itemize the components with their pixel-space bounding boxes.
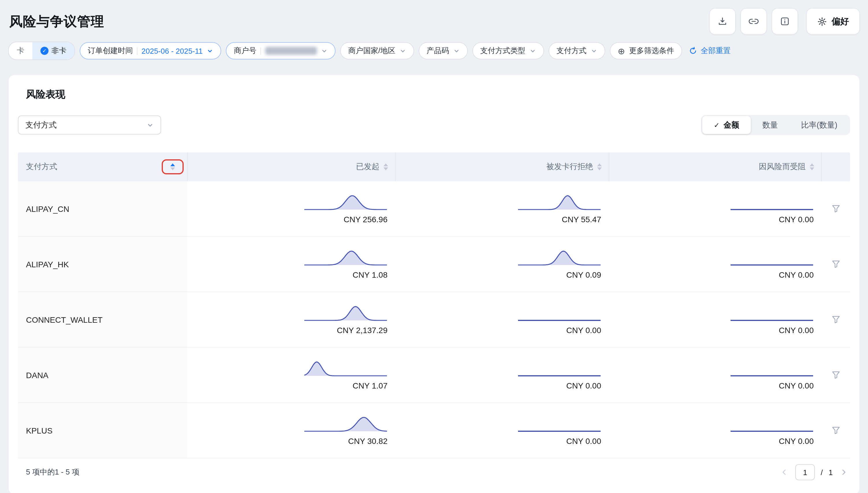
filter-order-created-time-value: 2025-06 - 2025-11	[142, 46, 203, 55]
sort-control[interactable]	[810, 163, 814, 170]
dimension-select-value: 支付方式	[25, 120, 57, 130]
next-page-button[interactable]	[839, 467, 849, 477]
funnel-icon	[831, 205, 840, 213]
filter-pill-payment-method-type[interactable]: 支付方式类型	[472, 42, 544, 60]
amount-value: CNY 0.00	[779, 380, 814, 391]
annotation-red-box	[162, 159, 184, 174]
sparkline-chart	[517, 192, 601, 212]
segment-card[interactable]: 卡	[9, 42, 32, 60]
preferences-button[interactable]: 偏好	[806, 8, 860, 35]
link-icon	[748, 16, 759, 26]
column-label: 已发起	[356, 162, 379, 172]
amount-value: CNY 0.00	[779, 269, 814, 281]
plus-circle-icon: ⊕	[618, 46, 625, 55]
column-label: 被发卡行拒绝	[546, 162, 593, 172]
sparkline-chart	[730, 192, 814, 212]
row-filter-button[interactable]	[829, 313, 842, 326]
sparkline-chart	[517, 303, 601, 323]
table-row: CONNECT_WALLET CNY 2,137.29 CNY 0.00 CNY…	[18, 292, 850, 347]
info-icon	[780, 16, 790, 26]
row-filter-button[interactable]	[829, 424, 842, 437]
row-filter-button[interactable]	[829, 368, 842, 382]
amount-value: CNY 0.00	[566, 324, 601, 336]
prev-page-button[interactable]	[779, 467, 789, 477]
caret-down-icon	[597, 167, 602, 170]
row-actions-cell	[821, 403, 850, 458]
amount-value: CNY 1.08	[353, 269, 387, 281]
sparkline-chart	[730, 303, 814, 323]
refresh-icon	[689, 47, 697, 55]
preferences-label: 偏好	[832, 16, 849, 27]
amount-value: CNY 0.00	[566, 380, 601, 391]
segment-noncard[interactable]: ✓ 非卡	[32, 42, 75, 60]
row-actions-cell	[821, 292, 850, 347]
amount-value: CNY 0.00	[566, 435, 601, 447]
issuer-rejected-cell: CNY 0.00	[395, 403, 609, 458]
chevron-down-icon	[321, 48, 327, 54]
chevron-down-icon	[453, 48, 460, 54]
initiated-cell: CNY 1.07	[187, 347, 395, 402]
filter-pill-label: 商户国家/地区	[348, 46, 395, 56]
amount-value: CNY 0.00	[779, 324, 814, 336]
tab-label: 数量	[762, 120, 778, 130]
caret-up-icon	[170, 163, 175, 166]
table-row: KPLUS CNY 30.82 CNY 0.00 CNY 0.00	[18, 403, 850, 458]
payment-method-cell: ALIPAY_CN	[18, 181, 187, 236]
filter-order-created-time[interactable]: 订单创建时间 2025-06 - 2025-11	[80, 42, 221, 60]
tab-count[interactable]: ✓ 数量	[751, 116, 789, 134]
sparkline-chart	[304, 248, 387, 267]
download-button[interactable]	[709, 8, 736, 35]
amount-value: CNY 256.96	[344, 214, 387, 225]
filter-pill-label: 支付方式类型	[480, 46, 525, 56]
issuer-rejected-cell: CNY 0.09	[395, 237, 609, 292]
blocked-by-risk-cell: CNY 0.00	[609, 292, 821, 347]
payment-method-name: CONNECT_WALLET	[26, 315, 103, 324]
column-label: 因风险而受阻	[759, 162, 806, 172]
more-filters-button[interactable]: ⊕ 更多筛选条件	[610, 42, 682, 60]
pagination-summary: 5 项中的1 - 5 项	[26, 467, 79, 477]
table-row: DANA CNY 1.07 CNY 0.00 CNY 0.00	[18, 347, 850, 403]
page-title: 风险与争议管理	[9, 13, 104, 30]
initiated-cell: CNY 30.82	[187, 403, 395, 458]
caret-up-icon	[383, 163, 388, 166]
caret-down-icon	[383, 167, 388, 170]
tab-ratio-count[interactable]: ✓ 比率(数量)	[789, 116, 849, 134]
filter-merchant-id-label: 商户号	[234, 46, 256, 56]
dimension-select[interactable]: 支付方式	[18, 115, 161, 134]
row-filter-button[interactable]	[829, 202, 842, 215]
filter-pill-label: 支付方式	[556, 46, 587, 56]
sort-control[interactable]	[597, 163, 602, 170]
payment-method-cell: CONNECT_WALLET	[18, 292, 187, 347]
sort-control[interactable]	[383, 163, 388, 170]
more-filters-label: 更多筛选条件	[629, 46, 674, 56]
blocked-by-risk-cell: CNY 0.00	[609, 347, 821, 402]
risk-table: 支付方式 已发起 被发卡行拒绝	[18, 152, 850, 458]
filter-merchant-id[interactable]: 商户号	[226, 42, 336, 60]
link-button[interactable]	[740, 8, 767, 35]
filter-pill-merchant-country[interactable]: 商户国家/地区	[340, 42, 414, 60]
total-pages: 1	[829, 468, 833, 476]
filter-pill-product-code[interactable]: 产品码	[418, 42, 467, 60]
panel-title: 风险表现	[18, 75, 850, 101]
row-filter-button[interactable]	[829, 257, 842, 271]
tab-amount[interactable]: ✓ 金额	[702, 116, 751, 134]
funnel-icon	[831, 426, 840, 435]
page: 风险与争议管理 偏好	[0, 0, 868, 493]
current-page-box[interactable]: 1	[795, 464, 815, 480]
funnel-icon	[831, 315, 840, 324]
risk-performance-card: 风险表现 支付方式 ✓ 金额 ✓ 数量 ✓ 比率(数量) 支付方式	[9, 75, 859, 493]
divider	[137, 47, 137, 55]
sort-control[interactable]	[170, 163, 175, 170]
amount-value: CNY 0.09	[566, 269, 601, 281]
sparkline-chart	[304, 192, 387, 212]
column-header-actions	[821, 152, 850, 181]
payment-method-name: ALIPAY_CN	[26, 204, 69, 213]
filter-pill-label: 产品码	[426, 46, 449, 56]
filter-pill-payment-method[interactable]: 支付方式	[548, 42, 605, 60]
table-header: 支付方式 已发起 被发卡行拒绝	[18, 152, 850, 181]
download-icon	[717, 16, 728, 26]
reset-all-button[interactable]: 全部重置	[687, 46, 733, 56]
payment-method-cell: ALIPAY_HK	[18, 237, 187, 292]
sparkline-chart	[517, 359, 601, 378]
info-button[interactable]	[771, 8, 798, 35]
